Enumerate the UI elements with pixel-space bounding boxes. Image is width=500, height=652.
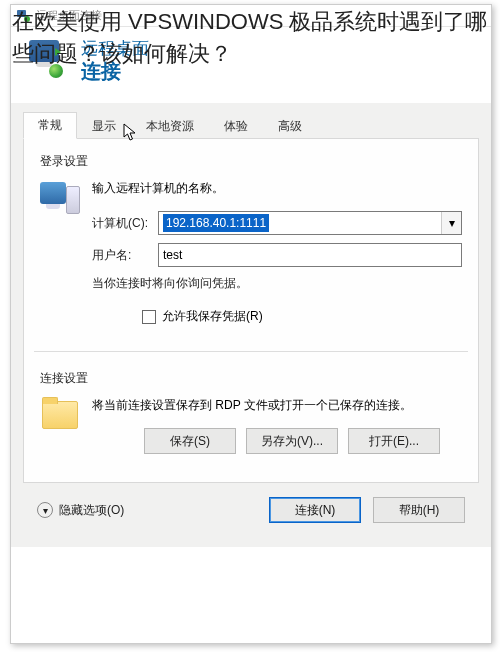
tab-experience[interactable]: 体验 <box>209 113 263 139</box>
save-as-button[interactable]: 另存为(V)... <box>246 428 338 454</box>
connect-button[interactable]: 连接(N) <box>269 497 361 523</box>
computer-value: 192.168.40.1:1111 <box>163 214 269 232</box>
tab-local-resources[interactable]: 本地资源 <box>131 113 209 139</box>
group-separator <box>34 351 468 352</box>
dialog-footer: ▾ 隐藏选项(O) 连接(N) 帮助(H) <box>23 483 479 531</box>
login-settings-title: 登录设置 <box>40 153 462 170</box>
hide-options-label: 隐藏选项(O) <box>59 502 124 519</box>
login-instruction: 输入远程计算机的名称。 <box>92 180 462 197</box>
tab-strip: 常规 显示 本地资源 体验 高级 <box>23 111 479 139</box>
tab-general[interactable]: 常规 <box>23 112 77 139</box>
mouse-cursor-icon <box>123 123 141 143</box>
connection-settings-title: 连接设置 <box>40 370 462 387</box>
folder-icon <box>40 397 80 431</box>
collapse-icon: ▾ <box>37 502 53 518</box>
remember-credentials-label: 允许我保存凭据(R) <box>162 308 263 325</box>
open-button[interactable]: 打开(E)... <box>348 428 440 454</box>
credentials-hint: 当你连接时将向你询问凭据。 <box>92 275 462 292</box>
save-button[interactable]: 保存(S) <box>144 428 236 454</box>
tab-advanced[interactable]: 高级 <box>263 113 317 139</box>
username-input[interactable]: test <box>158 243 462 267</box>
help-button[interactable]: 帮助(H) <box>373 497 465 523</box>
chevron-down-icon: ▾ <box>449 216 455 230</box>
dialog-body: 常规 显示 本地资源 体验 高级 登录设置 输入远程计算机的名称。 计算机(C)… <box>11 103 491 547</box>
overlay-question-text: 在欧美使用 VPSWINDOWS 极品系统时遇到了哪些问题？该如何解决？ <box>12 6 488 70</box>
tab-pane-general: 登录设置 输入远程计算机的名称。 计算机(C): 192.168.40.1:11… <box>23 139 479 483</box>
remember-credentials-checkbox[interactable] <box>142 310 156 324</box>
computer-label: 计算机(C): <box>92 215 150 232</box>
rdc-window: 远程桌面连接 远程桌面 连接 常规 显示 本地资源 体验 高级 登录设置 <box>10 4 492 644</box>
computer-icon <box>40 180 80 218</box>
connection-settings-description: 将当前连接设置保存到 RDP 文件或打开一个已保存的连接。 <box>92 397 462 414</box>
hide-options-toggle[interactable]: ▾ 隐藏选项(O) <box>37 502 124 519</box>
computer-combobox[interactable]: 192.168.40.1:1111 ▾ <box>158 211 462 235</box>
username-label: 用户名: <box>92 247 150 264</box>
computer-dropdown-button[interactable]: ▾ <box>441 212 461 234</box>
